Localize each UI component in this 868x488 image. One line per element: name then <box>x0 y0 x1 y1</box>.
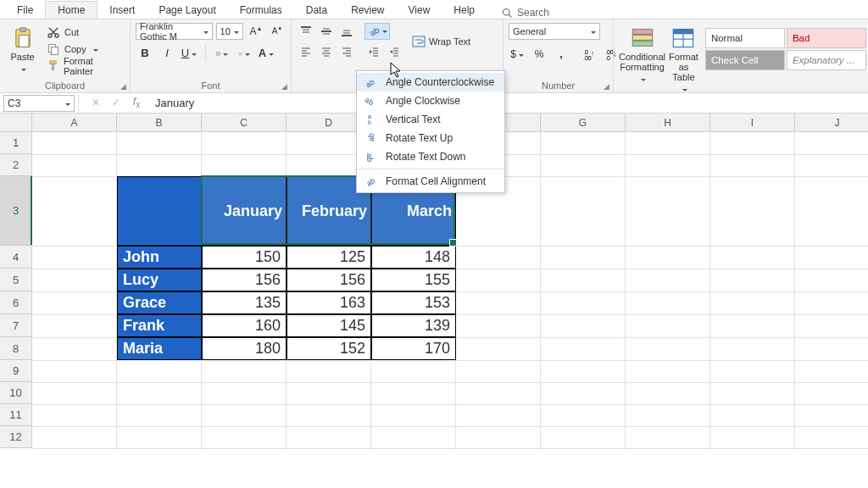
cell[interactable] <box>794 314 868 337</box>
cell[interactable] <box>456 337 541 360</box>
font-name-select[interactable]: Franklin Gothic M <box>136 23 213 40</box>
formula-input[interactable]: January <box>150 97 868 109</box>
cell[interactable] <box>794 269 868 291</box>
cell[interactable] <box>710 360 795 382</box>
cell[interactable] <box>117 246 202 269</box>
row-head-2[interactable]: 2 <box>0 154 32 176</box>
borders-button[interactable] <box>213 43 231 62</box>
tab-insert[interactable]: Insert <box>97 2 147 19</box>
col-head-J[interactable]: J <box>795 114 868 132</box>
cell[interactable] <box>541 404 626 426</box>
style-check-cell[interactable]: Check Cell <box>705 50 785 70</box>
search-button[interactable]: Search <box>487 7 549 19</box>
align-left-button[interactable] <box>297 43 315 60</box>
row-head-1[interactable]: 1 <box>0 132 32 154</box>
cell[interactable] <box>202 404 287 426</box>
cell[interactable] <box>710 404 795 426</box>
cell[interactable] <box>541 154 626 176</box>
align-center-button[interactable] <box>317 43 336 60</box>
style-bad[interactable]: Bad <box>787 28 866 48</box>
cell[interactable] <box>287 291 371 314</box>
cell[interactable] <box>117 314 202 337</box>
cell[interactable] <box>626 154 710 176</box>
cell[interactable] <box>371 337 456 360</box>
cell[interactable] <box>202 132 287 154</box>
cancel-entry-button[interactable]: ✕ <box>89 97 103 108</box>
tab-review[interactable]: Review <box>339 2 396 19</box>
cell[interactable] <box>117 269 202 291</box>
cell[interactable] <box>32 404 117 426</box>
tab-file[interactable]: File <box>5 2 45 19</box>
cell[interactable] <box>371 426 456 448</box>
cell[interactable] <box>456 314 541 337</box>
cell[interactable] <box>710 426 795 448</box>
cell[interactable] <box>710 337 795 360</box>
decrease-indent-button[interactable] <box>364 43 383 60</box>
increase-decimal-button[interactable]: .0.00 <box>580 45 597 64</box>
percent-button[interactable]: % <box>531 45 548 64</box>
cell[interactable] <box>626 337 710 360</box>
row-head-8[interactable]: 8 <box>0 337 32 360</box>
select-all-corner[interactable] <box>0 114 32 132</box>
enter-entry-button[interactable]: ✓ <box>109 97 123 108</box>
number-format-select[interactable]: General <box>509 23 600 40</box>
row-head-4[interactable]: 4 <box>0 246 32 269</box>
cell[interactable] <box>456 426 541 448</box>
cell[interactable] <box>202 360 287 382</box>
paste-button[interactable]: Paste <box>5 23 40 75</box>
cell[interactable] <box>371 291 456 314</box>
cell[interactable] <box>117 360 202 382</box>
dialog-launcher-icon[interactable]: ◢ <box>120 82 126 91</box>
cell[interactable] <box>202 314 287 337</box>
italic-button[interactable]: I <box>158 43 176 62</box>
cell[interactable] <box>541 314 626 337</box>
fill-color-button[interactable] <box>235 43 253 62</box>
font-size-select[interactable]: 10 <box>216 23 243 40</box>
cell[interactable] <box>202 382 287 404</box>
cell[interactable] <box>541 269 626 291</box>
cell[interactable] <box>626 360 710 382</box>
underline-button[interactable]: U <box>180 43 198 62</box>
cell[interactable] <box>287 314 371 337</box>
cell[interactable] <box>32 360 117 382</box>
cell[interactable] <box>794 426 868 448</box>
cell[interactable] <box>710 382 795 404</box>
cell[interactable] <box>117 176 202 246</box>
cell[interactable] <box>710 154 795 176</box>
cell[interactable] <box>456 269 541 291</box>
row-head-11[interactable]: 11 <box>0 404 32 426</box>
orientation-button[interactable]: ab <box>364 23 390 40</box>
cell[interactable] <box>541 337 626 360</box>
comma-button[interactable]: , <box>553 45 570 64</box>
cell[interactable] <box>371 382 456 404</box>
cell[interactable] <box>541 291 626 314</box>
cell[interactable] <box>32 337 117 360</box>
cell[interactable] <box>794 176 868 246</box>
cell[interactable] <box>794 132 868 154</box>
orient-angle-counterclockwise[interactable]: abAngle Counterclockwise <box>357 73 504 92</box>
cell[interactable] <box>541 382 626 404</box>
cell[interactable] <box>541 360 626 382</box>
cell[interactable] <box>371 269 456 291</box>
align-bottom-button[interactable] <box>337 23 356 40</box>
cell[interactable] <box>626 382 710 404</box>
cell[interactable] <box>202 291 287 314</box>
col-head-B[interactable]: B <box>117 114 202 132</box>
cell[interactable] <box>117 404 202 426</box>
cell[interactable] <box>117 426 202 448</box>
cell[interactable] <box>794 404 868 426</box>
orient-format-cell-alignment[interactable]: abFormat Cell Alignment <box>357 172 504 191</box>
cell[interactable] <box>32 176 117 246</box>
dialog-launcher-icon[interactable]: ◢ <box>604 82 609 91</box>
tab-formulas[interactable]: Formulas <box>228 2 294 19</box>
tab-page-layout[interactable]: Page Layout <box>147 2 227 19</box>
tab-home[interactable]: Home <box>45 1 97 19</box>
cell[interactable] <box>710 291 795 314</box>
orient-angle-clockwise[interactable]: abAngle Clockwise <box>357 92 504 110</box>
cell[interactable] <box>541 246 626 269</box>
cell[interactable] <box>794 337 868 360</box>
cell[interactable] <box>710 246 795 269</box>
cell[interactable] <box>626 426 710 448</box>
cell[interactable] <box>794 382 868 404</box>
font-color-button[interactable]: A <box>257 43 275 62</box>
